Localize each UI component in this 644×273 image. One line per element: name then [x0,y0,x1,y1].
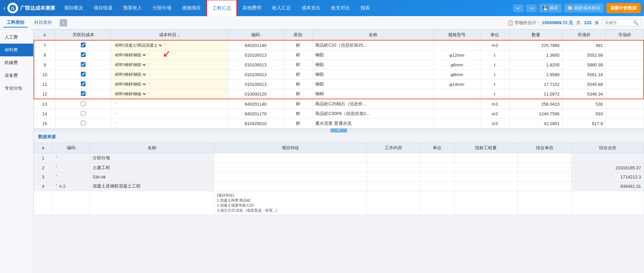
refresh-icon: 🔄 [568,6,573,11]
nav-item-预算收入[interactable]: 预算收入 [118,0,147,16]
cell-cost-item[interactable]: 材料\钢材\钢筋 ˅ [111,79,228,89]
nav-item-收入汇总[interactable]: 收入汇总 [267,0,296,16]
cell-category: 材 [283,99,313,109]
table-row: 1 ˅ 分部分项 [34,153,644,163]
cost-item-select-7[interactable]: 材料\混凝土\商品混凝土 [114,43,163,48]
refresh-price-label: 刷新计价数据 [610,5,637,11]
table-row: 10 材料\钢材\钢筋 ˅ 010100013 材 钢筋 φ8mm t 1.95… [34,70,644,79]
nav-back-button[interactable]: ‹ [3,5,5,12]
cell-unit [421,163,454,173]
undo-icon: ↩ [517,6,520,11]
nav-item-项目概况[interactable]: 项目概况 [59,0,88,16]
cell-name: 钢筋 [313,60,434,70]
table-row: [项目特征]1.混凝土种类:商品砼2.混凝土强度等级:C203.浇注方式:综合（… [34,191,644,215]
cell-qty [454,163,518,173]
sidebar-item-材料费[interactable]: 材料费 [0,44,33,56]
nav-item-报表[interactable]: 报表 [355,0,375,16]
lower-table-section: 数据来源 # 编码 名称 项目特征 工作内容 单位 招标工程量 综合单价 [34,131,644,273]
lower-data-table: # 编码 名称 项目特征 工作内容 单位 招标工程量 综合单价 综合合价 1 [34,143,644,215]
refresh-price-button[interactable]: 刷新计价数据 [606,3,641,13]
cell-unit: t [480,89,509,99]
nav-item-分部分项[interactable]: 分部分项 [147,0,177,16]
cell-cost-item[interactable]: 材料\混凝土\商品混凝土 ˅ [111,40,228,50]
sidebar-item-人工费[interactable]: 人工费 [0,31,33,44]
cell-total: 839461.31 [572,181,644,191]
nav-item-收支对比[interactable]: 收支对比 [326,0,355,16]
cell-market-price: 491 [562,40,606,50]
cell-unit: t [480,70,509,79]
save-button[interactable]: 💾 保存 [539,4,561,12]
collapse-sidebar-button[interactable]: « [60,19,67,26]
expand-icon[interactable]: ˅ [55,174,58,179]
cell-code: ˅ [53,163,90,173]
cell-qty: 1.3685 [509,50,562,60]
cost-item-select-9[interactable]: 材料\钢材\钢筋 [114,62,147,67]
market-total-display: 📋 市场价合计： 15550969.72 元 [507,20,573,26]
cell-total [572,153,644,163]
cell-name: 素水泥浆 普通水泥 [313,119,434,128]
cell-checked[interactable] [56,70,111,79]
cell-code: ˅A.5 [53,181,90,191]
cell-unit-price [518,163,572,173]
cell-checked[interactable] [56,119,111,128]
table-row: 14 ˅ 840201170 材 商品砼C30P6（信息价加2... m3 12… [34,109,644,119]
search-icon[interactable]: 🔍 [633,20,638,25]
cell-market-total [606,60,644,70]
cell-market-price: 5552.68 [562,50,606,60]
cell-cost-item: ˅ [111,99,228,109]
tab-labor-type[interactable]: 工料类别 [3,18,28,28]
cell-feature: [项目特征]1.混凝土种类:商品砼2.混凝土强度等级:C203.浇注方式:综合（… [214,191,367,215]
sidebar-item-机械费[interactable]: 机械费 [0,56,33,69]
cell-market-price: 5346.34 [562,89,606,99]
search-box[interactable]: 🔍 [602,19,641,26]
cell-total: 21916185.37 [572,163,644,173]
cell-cost-item[interactable]: 材料\钢材\钢筋 ˅ [111,60,228,70]
expand-icon[interactable]: ˅ [55,156,58,161]
cell-market-total [606,99,644,109]
cost-item-select-11[interactable]: 材料\钢材\钢筋 [114,81,147,87]
cell-checked[interactable] [56,109,111,119]
nav-item-其他费用[interactable]: 其他费用 [237,0,267,16]
nav-item-工料汇总[interactable]: 工料汇总 [206,0,237,16]
cell-checked[interactable] [56,60,111,70]
cost-item-select-8[interactable]: 材料\钢材\钢筋 [114,52,147,58]
cell-code: 840201140 [228,40,283,50]
content-area: # 关联到成本 成本科目 编码 类别 名称 规格型号 单位 数量 市场价 市场价 [34,30,644,273]
expand-icon[interactable]: ˅ [55,184,58,189]
redo-button[interactable]: ↪ [526,4,537,12]
cell-qty [454,173,518,181]
cell-checked[interactable] [56,40,111,50]
search-input[interactable] [605,20,632,25]
nav-item-成本支出[interactable]: 成本支出 [296,0,326,16]
cell-code: ˅ [53,173,90,181]
refresh-cost-button[interactable]: 🔄 刷新成本科目 [564,4,604,12]
lower-col-name: 名称 [90,143,214,153]
logo-icon: G [7,3,18,13]
table-row: 15 ˅ 810425010 材 素水泥浆 普通水泥 m3 42.2801 61… [34,119,644,128]
sub-header-info: 📋 市场价合计： 15550969.72 元 共 123 条 🔍 [507,19,641,26]
cell-qty: 17.7152 [509,79,562,89]
cost-item-select-12[interactable]: 材料\钢材\钢板 [114,91,147,97]
cell-cost-item[interactable]: 材料\钢材\钢筋 ˅ [111,70,228,79]
cell-checked[interactable] [56,99,111,109]
cell-market-total [606,89,644,99]
cost-item-select-10[interactable]: 材料\钢材\钢筋 [114,72,147,77]
cell-num: 1 [34,153,53,163]
sidebar-item-专业分包[interactable]: 专业分包 [0,82,33,95]
col-name: 名称 [313,30,434,41]
undo-button[interactable]: ↩ [513,4,524,12]
nav-item-项目组成[interactable]: 项目组成 [88,0,118,16]
tab-subject-type[interactable]: 科目类别 [31,18,55,28]
cell-checked[interactable] [56,89,111,99]
expand-icon[interactable]: ˅ [55,165,58,170]
sidebar-item-设备费[interactable]: 设备费 [0,69,33,82]
cell-name: 钢筋 [313,70,434,79]
cell-num: 14 [34,109,56,119]
cell-cost-item[interactable]: 材料\钢材\钢板 ˅ [111,89,228,99]
cell-checked[interactable] [56,50,111,60]
cell-feature [214,181,367,191]
nav-item-措施项目[interactable]: 措施项目 [177,0,206,16]
cell-checked[interactable] [56,79,111,89]
cell-cost-item[interactable]: 材料\钢材\钢筋 ˅ [111,50,228,60]
cell-market-total [606,40,644,50]
